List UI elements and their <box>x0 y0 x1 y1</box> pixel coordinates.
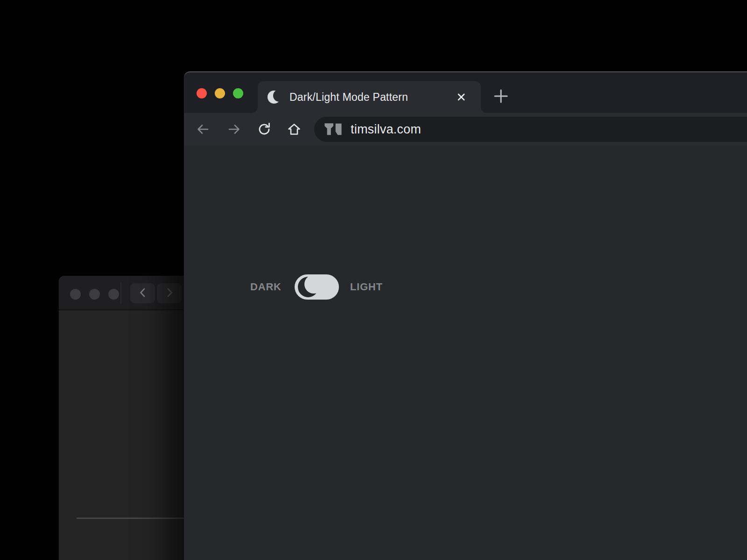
x-icon <box>456 91 467 103</box>
back-button[interactable] <box>130 283 155 303</box>
traffic-light-dot[interactable] <box>108 289 119 300</box>
traffic-light-dot[interactable] <box>89 289 100 300</box>
url-text: timsilva.com <box>351 122 421 137</box>
address-bar[interactable]: timsilva.com <box>314 117 747 142</box>
page-content: DARK LIGHT <box>184 146 747 560</box>
tab-title: Dark/Light Mode Pattern <box>289 81 408 113</box>
forward-button[interactable] <box>157 283 182 303</box>
home-icon <box>286 121 302 137</box>
new-tab-button[interactable] <box>492 87 510 105</box>
chevron-right-icon <box>164 287 175 300</box>
crescent-moon-icon <box>268 90 282 106</box>
arrow-right-icon <box>226 121 242 137</box>
timsilva-logo-icon <box>324 119 343 139</box>
dark-light-toggle-row: DARK LIGHT <box>250 274 383 300</box>
background-window <box>59 276 184 560</box>
traffic-light-dot[interactable] <box>70 289 81 300</box>
titlebar-divider <box>120 282 121 304</box>
light-label: LIGHT <box>350 281 383 293</box>
content-divider <box>77 518 184 519</box>
reload-icon <box>256 121 272 137</box>
background-window-content <box>59 311 184 560</box>
background-window-titlebar[interactable] <box>59 276 184 310</box>
traffic-light-zoom[interactable] <box>233 88 243 98</box>
arrow-left-icon <box>195 121 211 137</box>
screenshot-stage: Dark/Light Mode Pattern <box>0 0 747 560</box>
forward-button[interactable] <box>226 121 242 137</box>
browser-toolbar: timsilva.com <box>184 113 747 146</box>
dark-label: DARK <box>250 281 282 293</box>
tab-close-button[interactable] <box>455 91 468 104</box>
tab-strip: Dark/Light Mode Pattern <box>184 72 747 113</box>
browser-window: Dark/Light Mode Pattern <box>184 71 747 560</box>
browser-tab[interactable]: Dark/Light Mode Pattern <box>258 81 481 113</box>
reload-button[interactable] <box>256 121 272 137</box>
traffic-light-close[interactable] <box>197 88 207 98</box>
back-button[interactable] <box>195 121 211 137</box>
home-button[interactable] <box>286 121 302 137</box>
chevron-left-icon <box>137 287 148 300</box>
dark-light-toggle[interactable] <box>295 274 339 300</box>
crescent-moon-icon <box>298 277 318 297</box>
plus-icon <box>492 87 510 105</box>
traffic-light-minimize[interactable] <box>215 88 225 98</box>
